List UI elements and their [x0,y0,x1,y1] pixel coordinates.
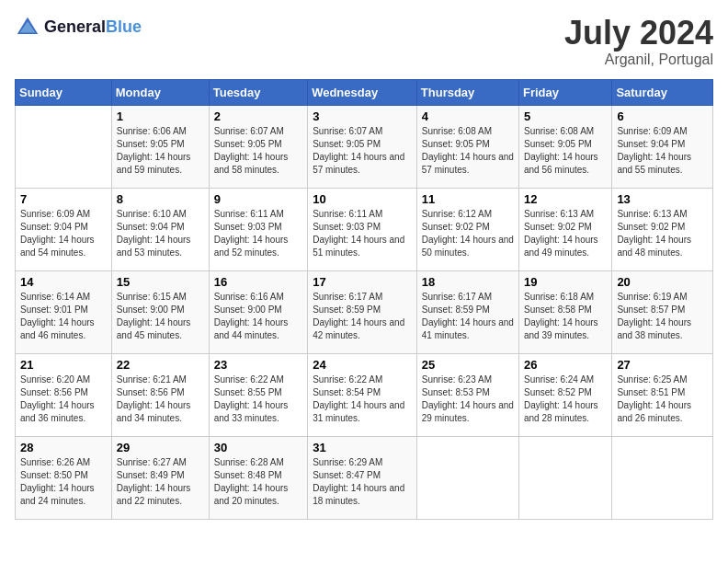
calendar-cell: 5Sunrise: 6:08 AMSunset: 9:05 PMDaylight… [518,105,611,188]
day-number: 10 [313,192,412,206]
weekday-header-thursday: Thursday [416,79,518,105]
day-info: Sunrise: 6:13 AMSunset: 9:02 PMDaylight:… [617,208,708,259]
day-number: 13 [617,192,708,206]
day-info: Sunrise: 6:26 AMSunset: 8:50 PMDaylight:… [20,456,107,508]
calendar-cell: 8Sunrise: 6:10 AMSunset: 9:04 PMDaylight… [111,188,209,270]
calendar-cell: 29Sunrise: 6:27 AMSunset: 8:49 PMDayligh… [111,436,209,519]
day-number: 18 [422,275,514,289]
day-info: Sunrise: 6:07 AMSunset: 9:05 PMDaylight:… [313,125,412,177]
day-info: Sunrise: 6:12 AMSunset: 9:02 PMDaylight:… [422,208,514,259]
calendar-cell: 23Sunrise: 6:22 AMSunset: 8:55 PMDayligh… [209,353,307,436]
day-info: Sunrise: 6:18 AMSunset: 8:58 PMDaylight:… [524,291,607,342]
calendar-cell: 26Sunrise: 6:24 AMSunset: 8:52 PMDayligh… [518,353,611,436]
weekday-header-tuesday: Tuesday [209,79,307,105]
day-info: Sunrise: 6:29 AMSunset: 8:47 PMDaylight:… [313,456,412,508]
calendar-cell: 15Sunrise: 6:15 AMSunset: 9:00 PMDayligh… [111,270,209,353]
calendar-cell [518,436,611,519]
page-header: GeneralBlue July 2024 Arganil, Portugal [15,15,713,68]
calendar-cell: 27Sunrise: 6:25 AMSunset: 8:51 PMDayligh… [612,353,713,436]
day-info: Sunrise: 6:17 AMSunset: 8:59 PMDaylight:… [422,291,514,342]
weekday-header-wednesday: Wednesday [308,79,417,105]
day-number: 16 [214,275,302,289]
calendar-week-row: 28Sunrise: 6:26 AMSunset: 8:50 PMDayligh… [16,436,713,519]
logo: GeneralBlue [15,15,142,40]
day-info: Sunrise: 6:08 AMSunset: 9:05 PMDaylight:… [422,125,514,177]
day-number: 15 [117,275,204,289]
calendar-cell: 17Sunrise: 6:17 AMSunset: 8:59 PMDayligh… [308,270,417,353]
location: Arganil, Portugal [564,52,713,68]
calendar-cell: 25Sunrise: 6:23 AMSunset: 8:53 PMDayligh… [416,353,518,436]
day-number: 17 [313,275,412,289]
day-info: Sunrise: 6:13 AMSunset: 9:02 PMDaylight:… [524,208,607,259]
day-number: 23 [214,358,302,372]
calendar-cell: 6Sunrise: 6:09 AMSunset: 9:04 PMDaylight… [612,105,713,188]
weekday-header-row: SundayMondayTuesdayWednesdayThursdayFrid… [16,79,713,105]
day-info: Sunrise: 6:09 AMSunset: 9:04 PMDaylight:… [617,125,708,177]
day-number: 20 [617,275,708,289]
day-number: 6 [617,109,708,123]
day-info: Sunrise: 6:09 AMSunset: 9:04 PMDaylight:… [20,208,107,259]
calendar-cell [612,436,713,519]
calendar-cell: 31Sunrise: 6:29 AMSunset: 8:47 PMDayligh… [308,436,417,519]
day-info: Sunrise: 6:17 AMSunset: 8:59 PMDaylight:… [313,291,412,342]
day-number: 28 [20,441,107,454]
day-number: 7 [20,192,107,206]
calendar-cell [416,436,518,519]
calendar-cell: 1Sunrise: 6:06 AMSunset: 9:05 PMDaylight… [111,105,209,188]
day-info: Sunrise: 6:14 AMSunset: 9:01 PMDaylight:… [20,291,107,342]
calendar-cell: 20Sunrise: 6:19 AMSunset: 8:57 PMDayligh… [612,270,713,353]
day-info: Sunrise: 6:16 AMSunset: 9:00 PMDaylight:… [214,291,302,342]
day-info: Sunrise: 6:23 AMSunset: 8:53 PMDaylight:… [422,373,514,425]
calendar-cell: 9Sunrise: 6:11 AMSunset: 9:03 PMDaylight… [209,188,307,270]
calendar-cell [16,105,112,188]
calendar-cell: 10Sunrise: 6:11 AMSunset: 9:03 PMDayligh… [308,188,417,270]
title-block: July 2024 Arganil, Portugal [564,15,713,68]
month-year: July 2024 [564,15,713,52]
calendar-week-row: 14Sunrise: 6:14 AMSunset: 9:01 PMDayligh… [16,270,713,353]
logo-text: GeneralBlue [44,18,142,37]
day-number: 25 [422,358,514,372]
day-info: Sunrise: 6:15 AMSunset: 9:00 PMDaylight:… [117,291,204,342]
day-info: Sunrise: 6:21 AMSunset: 8:56 PMDaylight:… [117,373,204,425]
day-number: 12 [524,192,607,206]
calendar-week-row: 1Sunrise: 6:06 AMSunset: 9:05 PMDaylight… [16,105,713,188]
calendar-cell: 11Sunrise: 6:12 AMSunset: 9:02 PMDayligh… [416,188,518,270]
day-number: 30 [214,441,302,454]
calendar-week-row: 21Sunrise: 6:20 AMSunset: 8:56 PMDayligh… [16,353,713,436]
day-info: Sunrise: 6:11 AMSunset: 9:03 PMDaylight:… [313,208,412,259]
day-number: 19 [524,275,607,289]
weekday-header-monday: Monday [111,79,209,105]
calendar-cell: 18Sunrise: 6:17 AMSunset: 8:59 PMDayligh… [416,270,518,353]
day-number: 5 [524,109,607,123]
calendar-cell: 14Sunrise: 6:14 AMSunset: 9:01 PMDayligh… [16,270,112,353]
day-number: 29 [117,441,204,454]
day-info: Sunrise: 6:28 AMSunset: 8:48 PMDaylight:… [214,456,302,508]
day-number: 1 [117,109,204,123]
calendar-cell: 22Sunrise: 6:21 AMSunset: 8:56 PMDayligh… [111,353,209,436]
day-number: 22 [117,358,204,372]
day-info: Sunrise: 6:07 AMSunset: 9:05 PMDaylight:… [214,125,302,177]
day-number: 9 [214,192,302,206]
calendar-cell: 30Sunrise: 6:28 AMSunset: 8:48 PMDayligh… [209,436,307,519]
day-info: Sunrise: 6:22 AMSunset: 8:55 PMDaylight:… [214,373,302,425]
day-info: Sunrise: 6:06 AMSunset: 9:05 PMDaylight:… [117,125,204,177]
calendar-cell: 12Sunrise: 6:13 AMSunset: 9:02 PMDayligh… [518,188,611,270]
day-number: 3 [313,109,412,123]
calendar-cell: 2Sunrise: 6:07 AMSunset: 9:05 PMDaylight… [209,105,307,188]
calendar-cell: 21Sunrise: 6:20 AMSunset: 8:56 PMDayligh… [16,353,112,436]
calendar-cell: 13Sunrise: 6:13 AMSunset: 9:02 PMDayligh… [612,188,713,270]
calendar-cell: 16Sunrise: 6:16 AMSunset: 9:00 PMDayligh… [209,270,307,353]
weekday-header-friday: Friday [518,79,611,105]
day-info: Sunrise: 6:11 AMSunset: 9:03 PMDaylight:… [214,208,302,259]
day-number: 11 [422,192,514,206]
day-info: Sunrise: 6:22 AMSunset: 8:54 PMDaylight:… [313,373,412,425]
logo-icon [15,15,40,40]
weekday-header-sunday: Sunday [16,79,112,105]
calendar-cell: 7Sunrise: 6:09 AMSunset: 9:04 PMDaylight… [16,188,112,270]
day-info: Sunrise: 6:19 AMSunset: 8:57 PMDaylight:… [617,291,708,342]
day-info: Sunrise: 6:25 AMSunset: 8:51 PMDaylight:… [617,373,708,425]
day-info: Sunrise: 6:08 AMSunset: 9:05 PMDaylight:… [524,125,607,177]
day-number: 21 [20,358,107,372]
day-number: 27 [617,358,708,372]
day-number: 14 [20,275,107,289]
